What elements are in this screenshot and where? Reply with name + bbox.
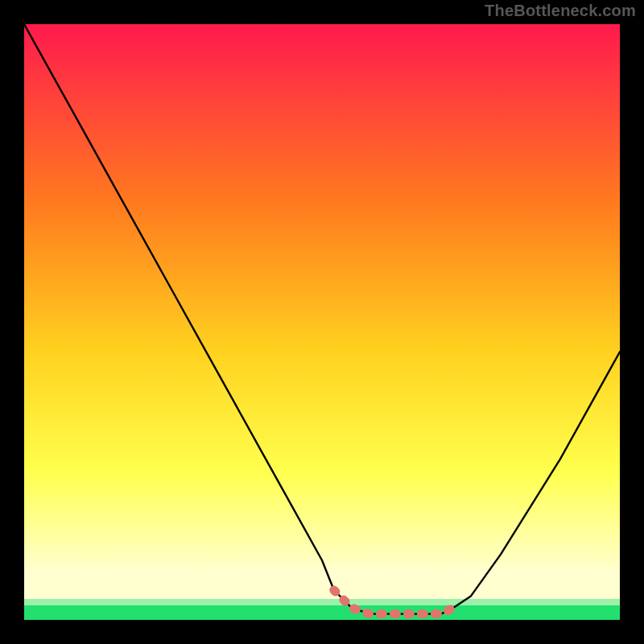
plot-background xyxy=(24,24,620,620)
plot-svg xyxy=(0,0,644,644)
base-band-highlight xyxy=(24,599,620,605)
attribution-label: TheBottleneck.com xyxy=(485,2,636,20)
chart-frame: TheBottleneck.com xyxy=(0,0,644,644)
base-band xyxy=(24,604,620,620)
